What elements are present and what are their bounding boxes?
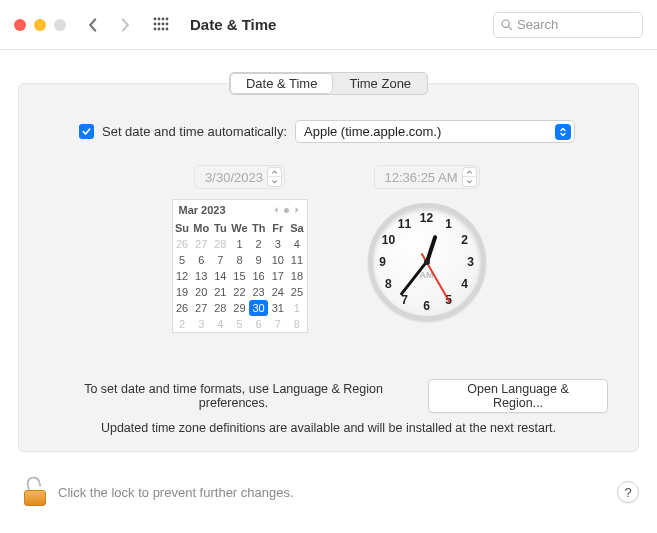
calendar-day: 14 <box>211 268 230 284</box>
calendar-day-header: Mo <box>192 220 211 236</box>
calendar-day: 28 <box>211 236 230 252</box>
chevron-up-icon <box>271 169 278 176</box>
lock-open-icon <box>25 475 41 490</box>
date-step-down <box>268 177 281 186</box>
chevron-left-icon <box>86 18 100 32</box>
calendar-day: 9 <box>249 252 268 268</box>
search-input[interactable] <box>517 17 636 32</box>
time-stepper-field: 12:36:25 AM <box>374 165 480 189</box>
calendar-today-button <box>284 208 289 213</box>
calendar-day: 12 <box>173 268 192 284</box>
tab-time-zone[interactable]: Time Zone <box>333 73 427 94</box>
close-window-button[interactable] <box>14 19 26 31</box>
clock-minute-hand <box>399 261 427 296</box>
svg-point-8 <box>154 27 157 30</box>
time-step-down <box>463 177 476 186</box>
date-value: 3/30/2023 <box>205 170 263 185</box>
calendar-day-header: Fr <box>268 220 287 236</box>
auto-set-label: Set date and time automatically: <box>102 124 287 139</box>
clock-numeral: 12 <box>419 211 435 225</box>
clock-center <box>424 259 430 265</box>
calendar-day: 4 <box>287 236 306 252</box>
calendar-day: 13 <box>192 268 211 284</box>
forward-button <box>114 14 136 36</box>
calendar-day: 1 <box>287 300 306 316</box>
grid-icon <box>152 16 170 34</box>
svg-point-9 <box>158 27 161 30</box>
svg-point-5 <box>158 22 161 25</box>
calendar-next-button <box>293 204 301 216</box>
chevron-up-icon <box>466 169 473 176</box>
search-field[interactable] <box>493 12 643 38</box>
calendar-day: 22 <box>230 284 249 300</box>
select-caret <box>555 124 571 140</box>
clock-numeral: 8 <box>380 277 396 291</box>
calendar-day: 17 <box>268 268 287 284</box>
calendar-day: 20 <box>192 284 211 300</box>
svg-point-1 <box>158 17 161 20</box>
calendar-day: 19 <box>173 284 192 300</box>
calendar-day-header: Sa <box>287 220 306 236</box>
calendar-day: 24 <box>268 284 287 300</box>
time-server-value: Apple (time.apple.com.) <box>304 124 441 139</box>
lock-button[interactable] <box>24 478 46 506</box>
checkmark-icon <box>81 126 92 137</box>
search-icon <box>500 18 513 31</box>
svg-line-13 <box>509 27 512 30</box>
chevron-up-down-icon <box>558 127 568 137</box>
calendar-day: 3 <box>268 236 287 252</box>
calendar-day: 8 <box>230 252 249 268</box>
chevron-right-icon <box>118 18 132 32</box>
triangle-left-icon <box>272 206 280 214</box>
calendar-day: 30 <box>249 300 268 316</box>
toolbar: Date & Time <box>0 0 657 50</box>
open-language-region-button[interactable]: Open Language & Region... <box>428 379 608 413</box>
calendar-day: 23 <box>249 284 268 300</box>
svg-point-6 <box>162 22 165 25</box>
calendar-day: 15 <box>230 268 249 284</box>
date-stepper <box>267 167 282 187</box>
auto-set-checkbox[interactable] <box>79 124 94 139</box>
time-stepper <box>462 167 477 187</box>
calendar-day: 11 <box>287 252 306 268</box>
minimize-window-button[interactable] <box>34 19 46 31</box>
calendar-day: 3 <box>192 316 211 332</box>
clock-second-hand <box>426 262 450 303</box>
calendar-day-header: Su <box>173 220 192 236</box>
svg-point-2 <box>162 17 165 20</box>
calendar-day-header: We <box>230 220 249 236</box>
lock-hint-text: Click the lock to prevent further change… <box>58 485 605 500</box>
calendar-day-header: Tu <box>211 220 230 236</box>
date-step-up <box>268 168 281 177</box>
clock-numeral: 1 <box>441 217 457 231</box>
show-all-prefs-button[interactable] <box>150 14 172 36</box>
calendar-day: 4 <box>211 316 230 332</box>
svg-point-7 <box>166 22 169 25</box>
calendar-day: 8 <box>287 316 306 332</box>
calendar-day: 27 <box>192 236 211 252</box>
calendar-day: 28 <box>211 300 230 316</box>
calendar-day: 7 <box>268 316 287 332</box>
calendar-day: 26 <box>173 300 192 316</box>
preferences-panel: Set date and time automatically: Apple (… <box>18 83 639 452</box>
calendar-title: Mar 2023 <box>179 204 226 216</box>
analog-clock: AM 123456789101112 <box>368 203 486 321</box>
calendar-day: 27 <box>192 300 211 316</box>
time-server-select[interactable]: Apple (time.apple.com.) <box>295 120 575 143</box>
clock-numeral: 3 <box>463 255 479 269</box>
calendar-day: 29 <box>230 300 249 316</box>
tab-date-time[interactable]: Date & Time <box>230 73 334 94</box>
calendar-day: 18 <box>287 268 306 284</box>
back-button[interactable] <box>82 14 104 36</box>
help-button[interactable]: ? <box>617 481 639 503</box>
svg-point-10 <box>162 27 165 30</box>
time-value: 12:36:25 AM <box>385 170 458 185</box>
clock-numeral: 2 <box>457 233 473 247</box>
calendar-day: 1 <box>230 236 249 252</box>
clock-numeral: 10 <box>380 233 396 247</box>
calendar-day: 6 <box>249 316 268 332</box>
svg-point-4 <box>154 22 157 25</box>
calendar-day: 16 <box>249 268 268 284</box>
format-hint-text: To set date and time formats, use Langua… <box>49 382 418 410</box>
clock-numeral: 7 <box>397 293 413 307</box>
